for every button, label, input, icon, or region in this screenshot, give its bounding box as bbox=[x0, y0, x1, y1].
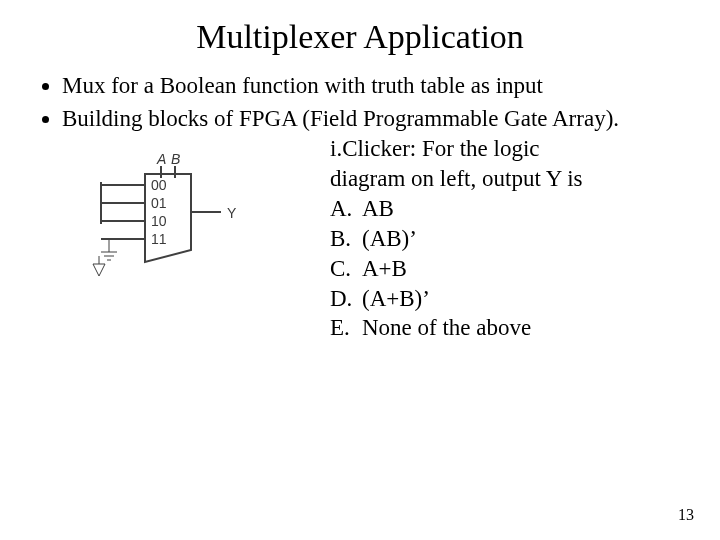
list-item: D. (A+B)’ bbox=[330, 284, 535, 314]
svg-marker-11 bbox=[93, 264, 105, 276]
mux-diagram: A B 00 01 10 11 bbox=[75, 152, 255, 282]
list-item: A. AB bbox=[330, 194, 535, 224]
mux-input-label: 01 bbox=[151, 195, 167, 211]
mux-input-label: 00 bbox=[151, 177, 167, 193]
mux-input-label: 11 bbox=[151, 231, 167, 247]
mux-input-label: 10 bbox=[151, 213, 167, 229]
select-label: A bbox=[156, 152, 166, 167]
bullet-list: Mux for a Boolean function with truth ta… bbox=[40, 70, 690, 134]
select-label: B bbox=[171, 152, 180, 167]
question-prompt: i.Clicker: For the logic bbox=[330, 134, 690, 164]
list-item: Mux for a Boolean function with truth ta… bbox=[62, 70, 690, 101]
list-item: Building blocks of FPGA (Field Programma… bbox=[62, 103, 690, 134]
list-item: B. (AB)’ bbox=[330, 224, 535, 254]
page-number: 13 bbox=[678, 506, 694, 524]
question-prompt: diagram on left, output Y is bbox=[330, 164, 690, 194]
question-block: i.Clicker: For the logic diagram on left… bbox=[330, 132, 720, 343]
page-title: Multiplexer Application bbox=[0, 0, 720, 56]
options-list: A. AB B. (AB)’ C. A+B D. (A+B)’ E. None … bbox=[330, 194, 535, 343]
list-item: C. A+B bbox=[330, 254, 535, 284]
list-item: E. None of the above bbox=[330, 313, 535, 343]
output-label: Y bbox=[227, 205, 237, 221]
